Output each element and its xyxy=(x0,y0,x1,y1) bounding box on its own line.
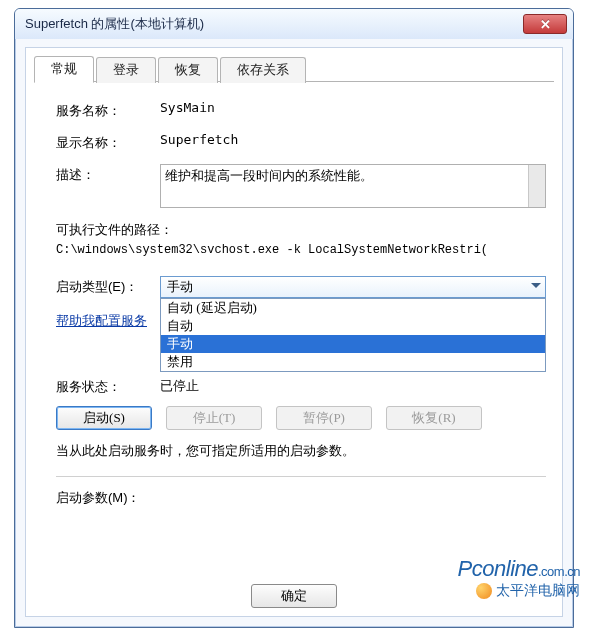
startup-type-selected: 手动 xyxy=(167,278,193,296)
service-name-label: 服务名称： xyxy=(56,100,160,120)
startup-type-label: 启动类型(E)： xyxy=(56,276,160,296)
startup-type-wrap: 手动 自动 (延迟启动) 自动 手动 禁用 xyxy=(160,276,546,298)
tab-recovery[interactable]: 恢复 xyxy=(158,57,218,83)
service-name-value: SysMain xyxy=(160,100,546,115)
display-name-value: Superfetch xyxy=(160,132,546,147)
startup-type-row: 启动类型(E)： 手动 自动 (延迟启动) 自动 手动 禁用 xyxy=(56,276,546,298)
control-buttons: 启动(S) 停止(T) 暂停(P) 恢复(R) xyxy=(56,406,546,430)
divider xyxy=(56,476,546,477)
globe-icon xyxy=(476,583,492,599)
start-params-note: 当从此处启动服务时，您可指定所适用的启动参数。 xyxy=(56,442,546,460)
description-row: 描述： 维护和提高一段时间内的系统性能。 xyxy=(56,164,546,208)
chevron-down-icon xyxy=(531,283,541,288)
option-auto[interactable]: 自动 xyxy=(161,317,545,335)
status-value: 已停止 xyxy=(160,377,199,395)
watermark-cn: 太平洋电脑网 xyxy=(458,582,580,600)
exe-path-value: C:\windows\system32\svchost.exe -k Local… xyxy=(56,241,546,260)
resume-button: 恢复(R) xyxy=(386,406,482,430)
status-label: 服务状态： xyxy=(56,376,160,396)
start-button[interactable]: 启动(S) xyxy=(56,406,152,430)
dialog-window: Superfetch 的属性(本地计算机) ✕ 常规 登录 恢复 依存关系 服务… xyxy=(14,8,574,628)
startup-type-dropdown: 自动 (延迟启动) 自动 手动 禁用 xyxy=(160,298,546,372)
scrollbar[interactable] xyxy=(528,165,545,207)
description-value: 维护和提高一段时间内的系统性能。 xyxy=(165,168,373,183)
startup-type-select[interactable]: 手动 xyxy=(160,276,546,298)
option-disabled[interactable]: 禁用 xyxy=(161,353,545,371)
exe-path-label: 可执行文件的路径： xyxy=(56,220,546,241)
close-icon: ✕ xyxy=(540,17,551,32)
description-text[interactable]: 维护和提高一段时间内的系统性能。 xyxy=(160,164,546,208)
window-title: Superfetch 的属性(本地计算机) xyxy=(25,15,523,33)
start-params-label: 启动参数(M)： xyxy=(56,487,166,507)
description-label: 描述： xyxy=(56,164,160,184)
display-name-label: 显示名称： xyxy=(56,132,160,152)
option-manual[interactable]: 手动 xyxy=(161,335,545,353)
display-name-row: 显示名称： Superfetch xyxy=(56,132,546,152)
titlebar[interactable]: Superfetch 的属性(本地计算机) ✕ xyxy=(15,9,573,39)
watermark-logo: Pconline.com.cn xyxy=(458,556,580,582)
service-name-row: 服务名称： SysMain xyxy=(56,100,546,120)
exe-path-block: 可执行文件的路径： C:\windows\system32\svchost.ex… xyxy=(56,220,546,260)
tabstrip: 常规 登录 恢复 依存关系 xyxy=(34,56,554,82)
general-panel: 服务名称： SysMain 显示名称： Superfetch 描述： 维护和提高… xyxy=(26,82,562,523)
close-button[interactable]: ✕ xyxy=(523,14,567,34)
status-row: 服务状态： 已停止 xyxy=(56,376,546,396)
option-auto-delayed[interactable]: 自动 (延迟启动) xyxy=(161,299,545,317)
pause-button: 暂停(P) xyxy=(276,406,372,430)
start-params-row: 启动参数(M)： xyxy=(56,487,546,507)
client-area: 常规 登录 恢复 依存关系 服务名称： SysMain 显示名称： Superf… xyxy=(25,47,563,617)
tab-dependencies[interactable]: 依存关系 xyxy=(220,57,306,83)
stop-button: 停止(T) xyxy=(166,406,262,430)
watermark: Pconline.com.cn 太平洋电脑网 xyxy=(458,556,580,600)
tab-general[interactable]: 常规 xyxy=(34,56,94,83)
ok-button[interactable]: 确定 xyxy=(251,584,337,608)
tab-logon[interactable]: 登录 xyxy=(96,57,156,83)
